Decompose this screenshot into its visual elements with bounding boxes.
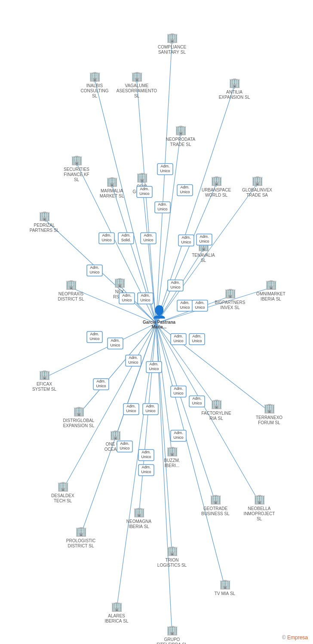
watermark: © Empresa [282, 635, 308, 641]
center-person: 👤 Garcia Pastrana Maria... [142, 305, 176, 329]
person-label: Garcia Pastrana Maria... [142, 320, 176, 329]
person-icon: 👤 [142, 305, 176, 319]
